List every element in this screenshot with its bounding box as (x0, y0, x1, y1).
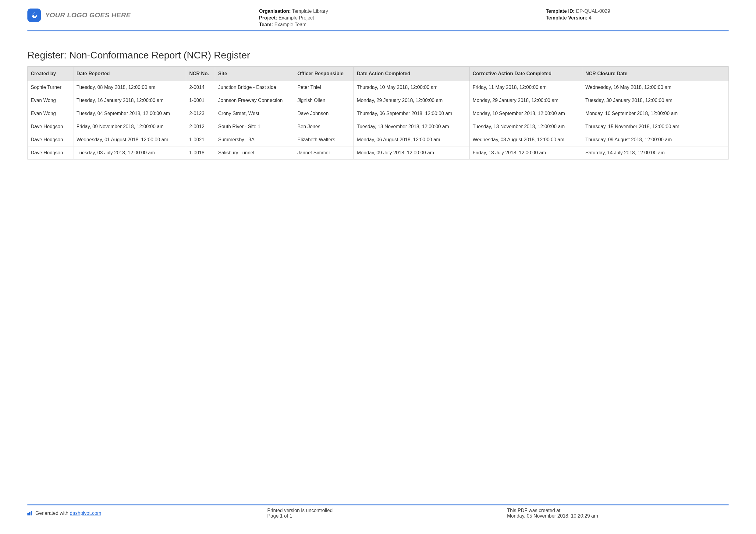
svg-rect-2 (31, 511, 32, 516)
cell-created-by: Dave Hodgson (28, 133, 73, 146)
meta-label: Template Version: (546, 15, 587, 20)
cell-site: South River - Site 1 (215, 120, 294, 133)
footer-printed-line: Printed version is uncontrolled (267, 508, 489, 513)
header-meta-right: Template ID: DP-QUAL-0029 Template Versi… (546, 9, 729, 21)
footer-created-at: Monday, 05 November 2018, 10:20:29 am (507, 513, 729, 519)
cell-officer: Jannet Simmer (294, 146, 354, 160)
document-footer: Generated with dashpivot.com Printed ver… (27, 504, 729, 519)
header-meta-center: Organisation: Template Library Project: … (241, 9, 546, 27)
meta-value: Example Team (274, 22, 307, 27)
cell-site: Salisbury Tunnel (215, 146, 294, 160)
cell-date-reported: Tuesday, 16 January 2018, 12:00:00 am (73, 94, 186, 107)
table-header-row: Created by Date Reported NCR No. Site Of… (28, 67, 729, 81)
col-site: Site (215, 67, 294, 81)
meta-label: Template ID: (546, 9, 575, 14)
footer-left: Generated with dashpivot.com (27, 508, 249, 519)
cell-officer: Dave Johnson (294, 107, 354, 120)
cell-closure: Thursday, 09 August 2018, 12:00:00 am (582, 133, 729, 146)
col-date-reported: Date Reported (73, 67, 186, 81)
table-row: Dave HodgsonFriday, 09 November 2018, 12… (28, 120, 729, 133)
document-page: YOUR LOGO GOES HERE Organisation: Templa… (0, 0, 756, 534)
footer-link[interactable]: dashpivot.com (70, 511, 101, 516)
cell-ncr-no: 1-0018 (186, 146, 215, 160)
cell-corrective: Friday, 11 May 2018, 12:00:00 am (470, 81, 582, 94)
cell-date-reported: Wednesday, 01 August 2018, 12:00:00 am (73, 133, 186, 146)
meta-label: Project: (259, 15, 277, 20)
meta-project: Project: Example Project (259, 15, 546, 21)
meta-template-version: Template Version: 4 (546, 15, 729, 21)
meta-template-id: Template ID: DP-QUAL-0029 (546, 9, 729, 14)
cell-date-action: Monday, 29 January 2018, 12:00:00 am (354, 94, 470, 107)
table-row: Evan WongTuesday, 16 January 2018, 12:00… (28, 94, 729, 107)
cell-date-action: Monday, 09 July 2018, 12:00:00 am (354, 146, 470, 160)
table-row: Dave HodgsonTuesday, 03 July 2018, 12:00… (28, 146, 729, 160)
cell-date-action: Thursday, 10 May 2018, 12:00:00 am (354, 81, 470, 94)
cell-date-action: Thursday, 06 September 2018, 12:00:00 am (354, 107, 470, 120)
cell-closure: Saturday, 14 July 2018, 12:00:00 am (582, 146, 729, 160)
cell-ncr-no: 2-0123 (186, 107, 215, 120)
cell-date-reported: Tuesday, 03 July 2018, 12:00:00 am (73, 146, 186, 160)
cell-closure: Monday, 10 September 2018, 12:00:00 am (582, 107, 729, 120)
cell-officer: Elizabeth Walters (294, 133, 354, 146)
meta-team: Team: Example Team (259, 22, 546, 27)
col-ncr-no: NCR No. (186, 67, 215, 81)
meta-organisation: Organisation: Template Library (259, 9, 546, 14)
cell-corrective: Wednesday, 08 August 2018, 12:00:00 am (470, 133, 582, 146)
cell-ncr-no: 1-0001 (186, 94, 215, 107)
col-officer: Officer Responsible (294, 67, 354, 81)
svg-rect-1 (29, 512, 31, 516)
cell-corrective: Monday, 10 September 2018, 12:00:00 am (470, 107, 582, 120)
table-row: Sophie TurnerTuesday, 08 May 2018, 12:00… (28, 81, 729, 94)
cell-created-by: Sophie Turner (28, 81, 73, 94)
logo-icon (27, 9, 41, 22)
logo-text: YOUR LOGO GOES HERE (45, 11, 131, 19)
bar-chart-icon (27, 511, 33, 516)
footer-generated-prefix: Generated with (35, 511, 70, 516)
meta-value: DP-QUAL-0029 (576, 9, 610, 14)
cell-created-by: Dave Hodgson (28, 146, 73, 160)
cell-ncr-no: 2-0014 (186, 81, 215, 94)
cell-corrective: Friday, 13 July 2018, 12:00:00 am (470, 146, 582, 160)
table-row: Evan WongTuesday, 04 September 2018, 12:… (28, 107, 729, 120)
cell-corrective: Monday, 29 January 2018, 12:00:00 am (470, 94, 582, 107)
footer-created-line: This PDF was created at (507, 508, 729, 513)
ncr-register-table: Created by Date Reported NCR No. Site Of… (27, 66, 729, 160)
cell-date-reported: Tuesday, 04 September 2018, 12:00:00 am (73, 107, 186, 120)
cell-corrective: Tuesday, 13 November 2018, 12:00:00 am (470, 120, 582, 133)
meta-label: Organisation: (259, 9, 291, 14)
cell-site: Crony Street, West (215, 107, 294, 120)
footer-right: This PDF was created at Monday, 05 Novem… (489, 508, 729, 519)
cell-site: Johnson Freeway Connection (215, 94, 294, 107)
cell-site: Junction Bridge - East side (215, 81, 294, 94)
cell-date-reported: Friday, 09 November 2018, 12:00:00 am (73, 120, 186, 133)
cell-date-action: Monday, 06 August 2018, 12:00:00 am (354, 133, 470, 146)
col-created-by: Created by (28, 67, 73, 81)
cell-officer: Ben Jones (294, 120, 354, 133)
cell-officer: Jignish Ollen (294, 94, 354, 107)
document-header: YOUR LOGO GOES HERE Organisation: Templa… (27, 9, 729, 31)
cell-closure: Wednesday, 16 May 2018, 12:00:00 am (582, 81, 729, 94)
cell-date-reported: Tuesday, 08 May 2018, 12:00:00 am (73, 81, 186, 94)
table-row: Dave HodgsonWednesday, 01 August 2018, 1… (28, 133, 729, 146)
meta-value: Example Project (279, 15, 314, 20)
cell-closure: Thursday, 15 November 2018, 12:00:00 am (582, 120, 729, 133)
cell-ncr-no: 2-0012 (186, 120, 215, 133)
footer-generated: Generated with dashpivot.com (35, 511, 101, 516)
footer-center: Printed version is uncontrolled Page 1 o… (249, 508, 489, 519)
page-title: Register: Non-Conformance Report (NCR) R… (27, 50, 729, 61)
meta-label: Team: (259, 22, 273, 27)
logo-area: YOUR LOGO GOES HERE (27, 9, 241, 22)
cell-closure: Tuesday, 30 January 2018, 12:00:00 am (582, 94, 729, 107)
cell-created-by: Dave Hodgson (28, 120, 73, 133)
cell-ncr-no: 1-0021 (186, 133, 215, 146)
cell-created-by: Evan Wong (28, 107, 73, 120)
footer-page-line: Page 1 of 1 (267, 513, 489, 519)
svg-rect-0 (27, 513, 29, 516)
cell-site: Summersby - 3A (215, 133, 294, 146)
col-closure: NCR Closure Date (582, 67, 729, 81)
cell-date-action: Tuesday, 13 November 2018, 12:00:00 am (354, 120, 470, 133)
col-corrective: Corrective Action Date Completed (470, 67, 582, 81)
cell-created-by: Evan Wong (28, 94, 73, 107)
meta-value: Template Library (292, 9, 328, 14)
col-date-action: Date Action Completed (354, 67, 470, 81)
